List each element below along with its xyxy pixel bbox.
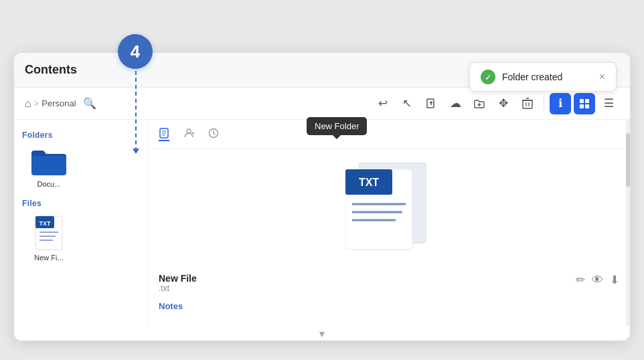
- file-preview: TXT: [345, 163, 432, 260]
- folder-icon: [30, 147, 68, 177]
- right-panel-content: TXT New File .txt: [148, 149, 630, 326]
- scroll-down-arrow[interactable]: ▼: [317, 329, 327, 339]
- file-name: New Fi...: [34, 254, 63, 262]
- file-extension: .txt: [159, 284, 197, 293]
- dashed-line: [135, 71, 137, 151]
- content-area: Folders Docu... Files: [14, 120, 630, 326]
- left-panel: Folders Docu... Files: [14, 120, 148, 326]
- svg-rect-10: [585, 99, 589, 103]
- upload-file-button[interactable]: [420, 93, 442, 114]
- svg-text:TXT: TXT: [39, 220, 52, 227]
- edit-file-button[interactable]: ✏: [576, 273, 585, 287]
- home-icon[interactable]: ⌂: [25, 98, 31, 110]
- preview-file-button[interactable]: 👁: [592, 274, 603, 287]
- move-button[interactable]: ✥: [493, 93, 514, 114]
- search-icon[interactable]: 🔍: [83, 97, 96, 110]
- file-actions: ✏ 👁 ⬇: [576, 273, 619, 287]
- breadcrumb-current[interactable]: Personal: [42, 98, 76, 108]
- file-info-left: New File .txt: [159, 273, 197, 293]
- svg-rect-9: [580, 99, 584, 103]
- svg-text:TXT: TXT: [359, 177, 379, 188]
- new-folder-button[interactable]: [469, 93, 490, 114]
- cloud-upload-button[interactable]: ☁: [445, 93, 466, 114]
- folder-item[interactable]: Docu...: [22, 147, 76, 188]
- toolbar-divider: [544, 96, 544, 111]
- activity-tab-icon: [208, 128, 219, 139]
- files-section-label: Files: [22, 199, 139, 208]
- files-section: Files TXT New Fi...: [22, 199, 139, 262]
- folders-section-label: Folders: [22, 130, 139, 140]
- bottom-scroll-indicator: ▼: [14, 326, 630, 341]
- file-info-row: New File .txt ✏ 👁 ⬇: [159, 273, 619, 293]
- select-button[interactable]: ↖: [396, 93, 418, 114]
- notification-check-icon: ✓: [481, 70, 495, 84]
- details-tab-icon: [159, 128, 169, 139]
- step-badge: 4: [118, 34, 153, 69]
- list-view-button[interactable]: ☰: [598, 93, 619, 114]
- file-display-name: New File: [159, 273, 197, 284]
- window-title: Contents: [25, 63, 77, 77]
- sharing-tab-icon: [183, 128, 195, 139]
- svg-rect-11: [580, 104, 584, 108]
- tab-details[interactable]: [159, 128, 169, 141]
- download-file-button[interactable]: ⬇: [610, 273, 619, 287]
- scroll-thumb[interactable]: [626, 133, 630, 187]
- grid-view-button[interactable]: [574, 93, 595, 114]
- arrow-icon: [133, 149, 139, 154]
- svg-rect-4: [523, 100, 532, 108]
- notes-label: Notes: [159, 301, 619, 311]
- scrollbar[interactable]: [626, 120, 630, 326]
- notification-close-button[interactable]: ×: [599, 72, 605, 82]
- toolbar: ⌂ > Personal 🔍 ↩ ↖ ☁: [14, 88, 630, 120]
- info-view-button[interactable]: ℹ: [550, 93, 571, 114]
- right-panel-tabs: [148, 120, 630, 149]
- delete-button[interactable]: [517, 93, 538, 114]
- tab-sharing[interactable]: [183, 128, 195, 141]
- txt-file-small-icon: TXT: [34, 215, 64, 251]
- main-window: Contents ⌂ > Personal 🔍 ↩ ↖ ☁: [14, 53, 630, 341]
- svg-line-28: [214, 133, 216, 134]
- breadcrumb: ⌂ > Personal 🔍: [25, 97, 96, 110]
- right-panel: TXT New File .txt: [148, 120, 630, 326]
- undo-button[interactable]: ↩: [372, 93, 394, 114]
- file-item[interactable]: TXT New Fi...: [22, 215, 76, 262]
- svg-rect-12: [585, 104, 589, 108]
- notification-text: Folder created: [502, 72, 592, 82]
- notification-banner: ✓ Folder created ×: [469, 62, 617, 92]
- folder-name: Docu...: [37, 180, 61, 188]
- svg-rect-0: [427, 99, 434, 108]
- file-preview-main: TXT: [345, 169, 419, 256]
- svg-point-23: [187, 129, 191, 133]
- tab-activity[interactable]: [208, 128, 219, 141]
- new-folder-tooltip: New Folder: [307, 117, 367, 135]
- breadcrumb-separator: >: [34, 98, 39, 108]
